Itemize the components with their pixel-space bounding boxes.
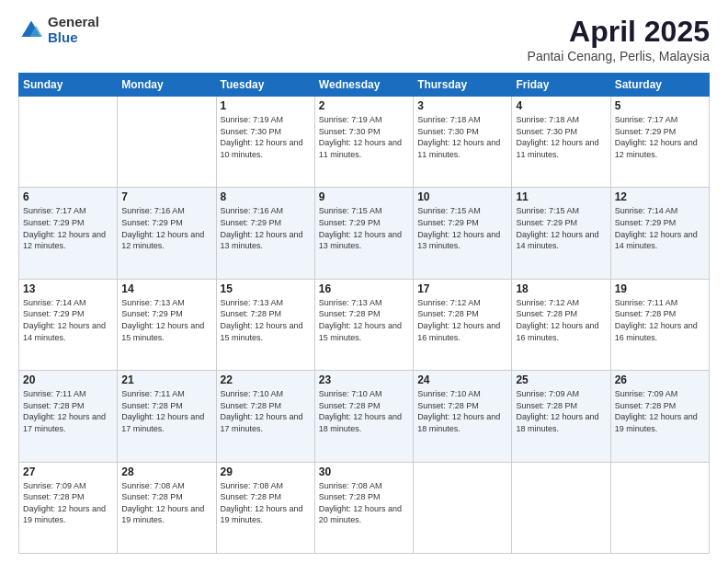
day-info: Sunrise: 7:16 AMSunset: 7:29 PMDaylight:… [121, 205, 211, 251]
day-info: Sunrise: 7:15 AMSunset: 7:29 PMDaylight:… [516, 205, 606, 251]
day-info: Sunrise: 7:13 AMSunset: 7:28 PMDaylight:… [319, 297, 409, 343]
day-number: 9 [319, 190, 409, 203]
day-number: 20 [23, 373, 113, 386]
table-row: 1Sunrise: 7:19 AMSunset: 7:30 PMDaylight… [216, 97, 314, 188]
table-row: 24Sunrise: 7:10 AMSunset: 7:28 PMDayligh… [414, 371, 512, 462]
day-info: Sunrise: 7:10 AMSunset: 7:28 PMDaylight:… [417, 388, 507, 434]
day-number: 19 [615, 282, 705, 295]
day-info: Sunrise: 7:13 AMSunset: 7:29 PMDaylight:… [121, 297, 211, 343]
day-info: Sunrise: 7:10 AMSunset: 7:28 PMDaylight:… [221, 388, 311, 434]
day-info: Sunrise: 7:11 AMSunset: 7:28 PMDaylight:… [121, 388, 211, 434]
day-number: 15 [221, 282, 311, 295]
day-info: Sunrise: 7:09 AMSunset: 7:28 PMDaylight:… [23, 480, 113, 526]
header-thursday: Thursday [414, 74, 512, 97]
table-row: 22Sunrise: 7:10 AMSunset: 7:28 PMDayligh… [216, 371, 314, 462]
logo-general: General [48, 15, 99, 30]
header-tuesday: Tuesday [216, 74, 314, 97]
day-number: 16 [319, 282, 409, 295]
day-number: 10 [417, 190, 507, 203]
table-row [610, 462, 709, 553]
main-title: April 2025 [528, 15, 710, 49]
table-row: 14Sunrise: 7:13 AMSunset: 7:29 PMDayligh… [118, 279, 216, 370]
table-row: 2Sunrise: 7:19 AMSunset: 7:30 PMDaylight… [314, 97, 413, 188]
table-row [19, 97, 118, 188]
day-number: 23 [319, 373, 409, 386]
logo: General Blue [18, 15, 99, 45]
calendar-week-4: 20Sunrise: 7:11 AMSunset: 7:28 PMDayligh… [19, 371, 710, 462]
table-row: 9Sunrise: 7:15 AMSunset: 7:29 PMDaylight… [314, 188, 413, 279]
day-info: Sunrise: 7:14 AMSunset: 7:29 PMDaylight:… [615, 205, 705, 251]
table-row [512, 462, 610, 553]
table-row [414, 462, 512, 553]
day-number: 30 [319, 465, 409, 478]
day-info: Sunrise: 7:12 AMSunset: 7:28 PMDaylight:… [417, 297, 507, 343]
day-info: Sunrise: 7:15 AMSunset: 7:29 PMDaylight:… [319, 205, 409, 251]
day-number: 21 [121, 373, 211, 386]
calendar-table: Sunday Monday Tuesday Wednesday Thursday… [18, 73, 710, 554]
subtitle: Pantai Cenang, Perlis, Malaysia [528, 49, 710, 63]
page: General Blue April 2025 Pantai Cenang, P… [0, 0, 728, 563]
calendar-week-2: 6Sunrise: 7:17 AMSunset: 7:29 PMDaylight… [19, 188, 710, 279]
day-number: 29 [221, 465, 311, 478]
day-number: 2 [319, 99, 409, 112]
day-number: 27 [23, 465, 113, 478]
header-monday: Monday [118, 74, 216, 97]
table-row [118, 97, 216, 188]
calendar-week-5: 27Sunrise: 7:09 AMSunset: 7:28 PMDayligh… [19, 462, 710, 553]
day-number: 11 [516, 190, 606, 203]
header-sunday: Sunday [19, 74, 118, 97]
day-info: Sunrise: 7:17 AMSunset: 7:29 PMDaylight:… [615, 114, 705, 160]
table-row: 6Sunrise: 7:17 AMSunset: 7:29 PMDaylight… [19, 188, 118, 279]
table-row: 20Sunrise: 7:11 AMSunset: 7:28 PMDayligh… [19, 371, 118, 462]
table-row: 3Sunrise: 7:18 AMSunset: 7:30 PMDaylight… [414, 97, 512, 188]
day-number: 14 [121, 282, 211, 295]
table-row: 25Sunrise: 7:09 AMSunset: 7:28 PMDayligh… [512, 371, 610, 462]
day-info: Sunrise: 7:14 AMSunset: 7:29 PMDaylight:… [23, 297, 113, 343]
calendar-header-row: Sunday Monday Tuesday Wednesday Thursday… [19, 74, 710, 97]
table-row: 12Sunrise: 7:14 AMSunset: 7:29 PMDayligh… [610, 188, 709, 279]
day-number: 28 [121, 465, 211, 478]
day-number: 22 [221, 373, 311, 386]
day-number: 12 [615, 190, 705, 203]
day-number: 13 [23, 282, 113, 295]
table-row: 17Sunrise: 7:12 AMSunset: 7:28 PMDayligh… [414, 279, 512, 370]
logo-text: General Blue [48, 15, 99, 45]
day-number: 6 [23, 190, 113, 203]
table-row: 28Sunrise: 7:08 AMSunset: 7:28 PMDayligh… [118, 462, 216, 553]
day-info: Sunrise: 7:15 AMSunset: 7:29 PMDaylight:… [417, 205, 507, 251]
table-row: 5Sunrise: 7:17 AMSunset: 7:29 PMDaylight… [610, 97, 709, 188]
day-info: Sunrise: 7:08 AMSunset: 7:28 PMDaylight:… [319, 480, 409, 526]
header: General Blue April 2025 Pantai Cenang, P… [18, 15, 710, 63]
table-row: 26Sunrise: 7:09 AMSunset: 7:28 PMDayligh… [610, 371, 709, 462]
day-number: 7 [121, 190, 211, 203]
day-number: 26 [615, 373, 705, 386]
table-row: 11Sunrise: 7:15 AMSunset: 7:29 PMDayligh… [512, 188, 610, 279]
day-number: 4 [516, 99, 606, 112]
table-row: 8Sunrise: 7:16 AMSunset: 7:29 PMDaylight… [216, 188, 314, 279]
day-info: Sunrise: 7:08 AMSunset: 7:28 PMDaylight:… [121, 480, 211, 526]
day-info: Sunrise: 7:19 AMSunset: 7:30 PMDaylight:… [319, 114, 409, 160]
day-info: Sunrise: 7:09 AMSunset: 7:28 PMDaylight:… [516, 388, 606, 434]
calendar-week-1: 1Sunrise: 7:19 AMSunset: 7:30 PMDaylight… [19, 97, 710, 188]
day-number: 17 [417, 282, 507, 295]
day-info: Sunrise: 7:13 AMSunset: 7:28 PMDaylight:… [221, 297, 311, 343]
table-row: 19Sunrise: 7:11 AMSunset: 7:28 PMDayligh… [610, 279, 709, 370]
day-number: 1 [221, 99, 311, 112]
day-number: 25 [516, 373, 606, 386]
header-saturday: Saturday [610, 74, 709, 97]
header-wednesday: Wednesday [314, 74, 413, 97]
day-number: 18 [516, 282, 606, 295]
logo-blue: Blue [48, 30, 99, 46]
title-block: April 2025 Pantai Cenang, Perlis, Malays… [528, 15, 710, 63]
table-row: 21Sunrise: 7:11 AMSunset: 7:28 PMDayligh… [118, 371, 216, 462]
table-row: 15Sunrise: 7:13 AMSunset: 7:28 PMDayligh… [216, 279, 314, 370]
calendar-week-3: 13Sunrise: 7:14 AMSunset: 7:29 PMDayligh… [19, 279, 710, 370]
table-row: 7Sunrise: 7:16 AMSunset: 7:29 PMDaylight… [118, 188, 216, 279]
day-info: Sunrise: 7:19 AMSunset: 7:30 PMDaylight:… [221, 114, 311, 160]
day-info: Sunrise: 7:11 AMSunset: 7:28 PMDaylight:… [23, 388, 113, 434]
table-row: 18Sunrise: 7:12 AMSunset: 7:28 PMDayligh… [512, 279, 610, 370]
logo-icon [18, 17, 44, 43]
day-info: Sunrise: 7:12 AMSunset: 7:28 PMDaylight:… [516, 297, 606, 343]
table-row: 23Sunrise: 7:10 AMSunset: 7:28 PMDayligh… [314, 371, 413, 462]
table-row: 27Sunrise: 7:09 AMSunset: 7:28 PMDayligh… [19, 462, 118, 553]
